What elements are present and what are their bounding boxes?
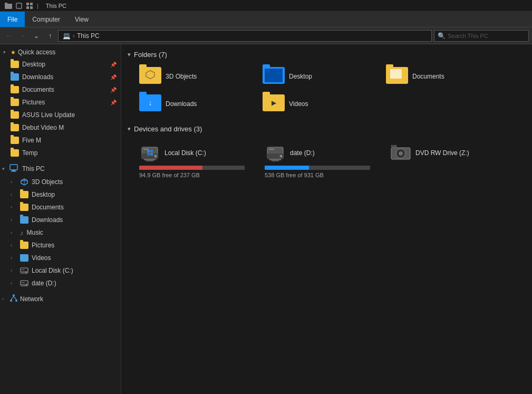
music-icon: ♪	[20, 229, 24, 237]
pin-icon: 📌	[110, 74, 117, 80]
drive-bar-wrap	[139, 166, 245, 170]
sidebar-item-pictures-qa[interactable]: Pictures 📌	[0, 96, 121, 109]
drive-bar	[139, 166, 202, 170]
sidebar-item-label: Debut Video M	[22, 124, 64, 131]
svg-rect-3	[26, 3, 29, 5]
folder-item-desktop[interactable]: Desktop	[257, 64, 379, 89]
svg-rect-34	[150, 150, 153, 152]
chevron-expand-icon: ›	[11, 230, 17, 235]
folders-section-header: ▾ Folders (7)	[128, 51, 526, 59]
folder-name: Downloads	[166, 100, 197, 108]
sidebar-item-3d-objects[interactable]: › 3D Objects	[0, 176, 121, 188]
drive-name: Local Disk (C:)	[165, 149, 206, 157]
svg-rect-39	[269, 149, 274, 150]
svg-point-15	[26, 272, 27, 273]
svg-rect-0	[5, 4, 12, 9]
tab-view[interactable]: View	[67, 12, 96, 27]
chevron-expand-icon: ›	[11, 192, 17, 197]
svg-rect-5	[26, 6, 29, 9]
back-button[interactable]: ←	[3, 30, 15, 42]
sidebar-header-network[interactable]: › Network	[0, 292, 121, 306]
sidebar-item-local-disk[interactable]: › Local Disk (C:)	[0, 264, 121, 277]
sidebar-item-videos[interactable]: › Videos	[0, 252, 121, 264]
folder-name: 3D Objects	[166, 73, 197, 80]
folder-icon	[20, 242, 28, 249]
sidebar-item-temp[interactable]: Temp	[0, 147, 121, 159]
sidebar-item-label: Temp	[22, 149, 37, 157]
sidebar-item-asus[interactable]: ASUS Live Update	[0, 109, 121, 121]
sidebar-item-documents-qa[interactable]: Documents 📌	[0, 83, 121, 96]
sidebar-item-desktop[interactable]: Desktop 📌	[0, 58, 121, 71]
this-pc-label: This PC	[22, 165, 45, 172]
sidebar-header-this-pc[interactable]: ▾ This PC	[0, 161, 121, 176]
tab-computer[interactable]: Computer	[25, 12, 67, 27]
search-box[interactable]: 🔍 Search This PC	[434, 30, 529, 42]
svg-rect-9	[11, 171, 16, 172]
svg-line-24	[11, 296, 14, 300]
chevron-right-icon: ›	[2, 296, 7, 302]
sidebar-item-date-d[interactable]: › date (D:)	[0, 277, 121, 290]
folder-large-icon	[386, 67, 408, 86]
star-icon: ★	[11, 49, 16, 56]
svg-point-21	[13, 294, 15, 296]
folder-item-3d-objects[interactable]: 3D Objects	[134, 64, 255, 89]
sidebar-item-downloads-pc[interactable]: › Downloads	[0, 214, 121, 226]
folder-docs-icon	[11, 86, 19, 93]
sidebar-item-label: Five M	[22, 137, 41, 144]
sidebar-item-label: Downloads	[32, 216, 63, 224]
tab-file[interactable]: File	[0, 12, 25, 27]
path-pc-icon: 💻	[63, 32, 71, 40]
drive-item-c[interactable]: Local Disk (C:) 94.9 GB free of 237 GB	[134, 138, 255, 182]
drive-d-icon	[265, 142, 286, 164]
sidebar-item-label: Music	[27, 229, 43, 236]
titlebar-grid-icon	[25, 2, 34, 10]
folder-icon	[11, 99, 19, 106]
address-path[interactable]: 💻 › This PC	[58, 30, 432, 42]
svg-rect-41	[269, 159, 281, 160]
svg-marker-26	[146, 71, 154, 79]
up-button[interactable]: ↑	[44, 30, 56, 42]
folder-item-documents[interactable]: Documents	[381, 64, 502, 89]
sidebar-item-debut[interactable]: Debut Video M	[0, 121, 121, 134]
sidebar-item-pictures-pc[interactable]: › Pictures	[0, 239, 121, 252]
3d-icon	[20, 178, 28, 186]
drive-header: date (D:)	[265, 142, 375, 164]
svg-rect-36	[150, 153, 153, 156]
drive-info: date (D:)	[290, 149, 315, 157]
chevron-expand-icon: ›	[11, 243, 17, 248]
folder-large-icon: ↓	[139, 94, 161, 113]
addressbar: ← → ⌄ ↑ 💻 › This PC 🔍 Search This PC	[0, 27, 532, 44]
sidebar-section-quick-access: ▾ ★ Quick access Desktop 📌 Downloads 📌 D…	[0, 46, 121, 159]
sidebar-item-label: Videos	[32, 254, 51, 262]
drive-item-d[interactable]: date (D:) 538 GB free of 931 GB	[259, 138, 381, 182]
drive-info: Local Disk (C:)	[165, 149, 206, 157]
sidebar-item-downloads[interactable]: Downloads 📌	[0, 71, 121, 83]
drive-header: Local Disk (C:)	[139, 142, 250, 164]
svg-rect-1	[5, 3, 7, 4]
folder-icon	[11, 61, 19, 68]
folder-blue-icon	[11, 73, 19, 81]
sidebar-header-quick-access[interactable]: ▾ ★ Quick access	[0, 46, 121, 58]
svg-rect-8	[12, 170, 15, 171]
svg-rect-35	[147, 153, 150, 156]
recent-button[interactable]: ⌄	[31, 30, 42, 42]
sidebar-item-music[interactable]: › ♪ Music	[0, 226, 121, 239]
sidebar-item-documents-pc[interactable]: › Documents	[0, 201, 121, 214]
sidebar-item-label: Pictures	[32, 242, 54, 249]
drive-item-z[interactable]: DVD DVD RW Drive (Z:)	[385, 138, 506, 182]
sidebar-item-label: Desktop	[22, 61, 45, 68]
folder-large-icon	[263, 67, 285, 86]
section-chevron-icon: ▾	[128, 126, 131, 132]
sidebar-item-fivem[interactable]: Five M	[0, 134, 121, 147]
svg-rect-32	[146, 160, 153, 161]
svg-point-30	[154, 155, 157, 158]
folder-item-downloads[interactable]: ↓ Downloads	[134, 91, 255, 117]
folder-item-videos[interactable]: ▶ Videos	[257, 91, 379, 117]
sidebar-item-desktop-pc[interactable]: › Desktop	[0, 188, 121, 201]
forward-button[interactable]: →	[17, 30, 28, 42]
titlebar: | This PC	[0, 0, 532, 12]
chevron-expand-icon: ›	[11, 217, 17, 223]
svg-rect-31	[144, 159, 156, 160]
sidebar-section-network: › Network	[0, 292, 121, 306]
devices-section-title: Devices and drives (3)	[134, 125, 202, 133]
